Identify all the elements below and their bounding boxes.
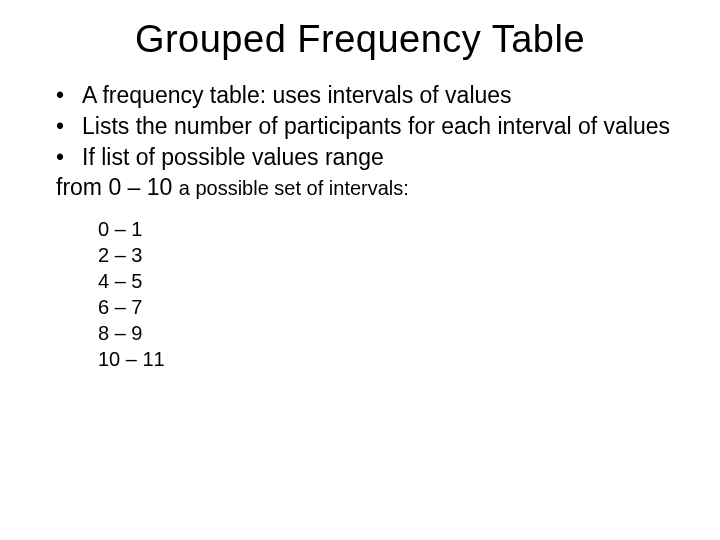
interval-item: 0 – 1 bbox=[98, 216, 680, 242]
range-lead: from 0 – 10 bbox=[56, 174, 179, 200]
bullet-item: A frequency table: uses intervals of val… bbox=[56, 81, 680, 110]
slide-title: Grouped Frequency Table bbox=[40, 18, 680, 61]
range-tail: a possible set of intervals: bbox=[179, 177, 409, 199]
interval-item: 2 – 3 bbox=[98, 242, 680, 268]
bullet-item: Lists the number of participants for eac… bbox=[56, 112, 680, 141]
bullet-item: If list of possible values range bbox=[56, 143, 680, 172]
bullet-list: A frequency table: uses intervals of val… bbox=[40, 81, 680, 171]
interval-item: 6 – 7 bbox=[98, 294, 680, 320]
interval-item: 10 – 11 bbox=[98, 346, 680, 372]
range-line: from 0 – 10 a possible set of intervals: bbox=[40, 173, 680, 202]
intervals-list: 0 – 1 2 – 3 4 – 5 6 – 7 8 – 9 10 – 11 bbox=[40, 216, 680, 372]
interval-item: 4 – 5 bbox=[98, 268, 680, 294]
interval-item: 8 – 9 bbox=[98, 320, 680, 346]
